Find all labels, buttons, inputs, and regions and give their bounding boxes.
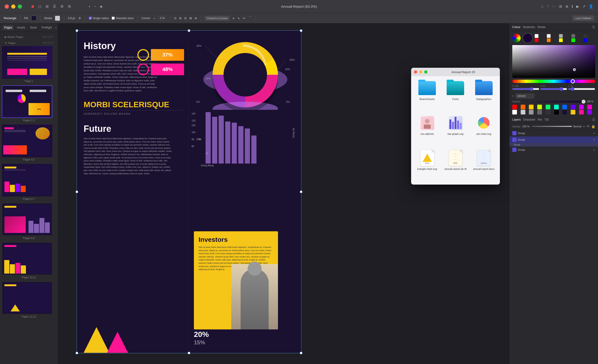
sw-16[interactable]	[554, 110, 559, 115]
more-icon[interactable]: ⋯	[552, 4, 556, 9]
par-tab[interactable]: Par	[538, 118, 542, 121]
gradient-box[interactable]	[512, 45, 595, 78]
sw-4[interactable]	[537, 105, 542, 109]
layers-tab[interactable]: Layers	[512, 118, 521, 121]
nav-icon-2[interactable]: ▫	[94, 4, 96, 9]
layer-expand-1[interactable]: ▶	[594, 132, 595, 134]
sw-20[interactable]	[587, 110, 592, 115]
smooth-icon[interactable]: ∿	[237, 16, 240, 20]
fb-close-button[interactable]	[414, 70, 417, 74]
character-tab[interactable]: Character	[523, 118, 535, 121]
page-thumb-67[interactable]: Pages 6,7	[2, 164, 56, 200]
sw-7[interactable]	[562, 105, 567, 109]
sw-13[interactable]	[529, 110, 533, 115]
fb-item-fonts[interactable]: Fonts	[443, 80, 468, 111]
nav-icon-3[interactable]: ◈	[100, 4, 103, 9]
sw-9[interactable]	[579, 105, 584, 109]
layer-expand-3[interactable]: ▶	[594, 149, 595, 151]
align-icon-4[interactable]: ⊠	[190, 17, 192, 20]
align-icon-3[interactable]: ⊟	[184, 17, 187, 20]
page-thumb-89[interactable]: Pages 8,9	[2, 203, 56, 240]
node-icon[interactable]: ⋄	[233, 16, 234, 20]
sw-18[interactable]	[571, 110, 575, 115]
tst-tab[interactable]: TSt	[544, 118, 549, 121]
tab-pages[interactable]: Pages	[3, 25, 14, 30]
page-thumb-23[interactable]: 37% Pages 2,3	[2, 85, 56, 122]
sw-17[interactable]	[562, 110, 567, 115]
layer-row-1[interactable]: Group ▶	[509, 130, 598, 136]
tool-icon-3[interactable]: ☰	[53, 4, 56, 9]
current-color-swatch[interactable]	[523, 33, 533, 43]
sw-6[interactable]	[554, 105, 559, 109]
tab-stock[interactable]: Stock	[28, 25, 38, 30]
sw-11[interactable]	[512, 110, 517, 115]
hue-bar-container[interactable]	[512, 80, 595, 83]
settings-icon[interactable]: ⚙	[68, 4, 71, 9]
fb-item-pie-chart[interactable]: pie-chart.svg	[472, 115, 496, 146]
sw-3[interactable]	[529, 105, 533, 109]
sw-14[interactable]	[537, 110, 542, 115]
opacity-ctrl-val[interactable]: 100 %	[522, 125, 531, 128]
align-icon-1[interactable]: ⊡	[174, 17, 176, 20]
layers-eye-icon[interactable]: 👁	[587, 124, 590, 128]
close-button[interactable]	[5, 4, 9, 9]
gear-icon[interactable]: ⚙	[60, 4, 64, 9]
add-page-icon[interactable]: +	[55, 26, 57, 29]
fb-item-bar-graph[interactable]: bar-graph.svg	[443, 115, 468, 146]
swatch-green[interactable]	[571, 38, 575, 42]
colour-tab[interactable]: Colour	[512, 25, 520, 29]
export-icon[interactable]: ↗	[582, 4, 585, 9]
layer-expand-2[interactable]: ▶	[594, 139, 595, 141]
fb-maximize-button[interactable]	[424, 70, 427, 74]
lock-children-button[interactable]: Lock Children	[573, 16, 594, 21]
color-panel-menu[interactable]: ☰	[592, 25, 595, 29]
layers-lock-icon[interactable]: 🔒	[591, 124, 595, 128]
minimize-button[interactable]	[11, 4, 16, 9]
fb-minimize-button[interactable]	[419, 70, 422, 74]
swatch-charcoal[interactable]	[583, 34, 587, 38]
blend-mode-selector[interactable]: Normal	[573, 125, 581, 128]
palette-wheel[interactable]	[512, 34, 521, 42]
play-icon[interactable]: ▶	[576, 4, 579, 9]
opacity-indicator[interactable]	[582, 100, 585, 104]
master-pages-section[interactable]: ▶ Master Pages ⊕ ✎ ⓘ ✕	[2, 34, 56, 40]
hex-input[interactable]	[515, 94, 534, 98]
sw-2[interactable]	[521, 105, 525, 109]
swatch-orange[interactable]	[547, 38, 551, 42]
nav-icon-1[interactable]: ▪	[89, 4, 90, 9]
fb-item-docx[interactable]: ———— DOCX annual-report.docx	[472, 150, 496, 181]
page-thumb-1213[interactable]: Pages 12,13	[2, 281, 56, 318]
l-slider[interactable]	[568, 87, 595, 91]
fb-item-triangle-chart[interactable]: SVG triangle-chart.svg	[415, 150, 439, 181]
swatch-dkgray[interactable]	[571, 34, 575, 38]
layers-menu-icon[interactable]: ☰	[592, 118, 595, 122]
page-thumb-1[interactable]: Page 1	[2, 46, 56, 83]
gradient-picker[interactable]	[573, 68, 576, 71]
convert-curves-button[interactable]: Convert to Curves	[205, 16, 230, 21]
swatch-yellow[interactable]	[559, 38, 563, 42]
stroke-color-swatch[interactable]	[55, 16, 60, 21]
fb-item-brand-assets[interactable]: Brand Assets	[415, 80, 439, 111]
swatch-blue[interactable]	[583, 38, 587, 42]
opacity-bar[interactable]	[522, 101, 585, 103]
tab-assets[interactable]: Assets	[16, 25, 27, 30]
opacity-slider-track[interactable]	[532, 126, 572, 127]
blend-dropdown-icon[interactable]: ▼	[583, 125, 585, 128]
sw-15[interactable]	[546, 110, 550, 115]
sw-19[interactable]	[579, 110, 584, 115]
color-gradient-area[interactable]	[512, 45, 595, 78]
join-icon[interactable]: ⌒	[249, 16, 252, 20]
tool-icon-2[interactable]: ⊞	[46, 4, 49, 9]
sw-10[interactable]	[587, 105, 592, 109]
hue-bar[interactable]	[512, 80, 595, 83]
user-icon[interactable]: 👤	[589, 4, 593, 9]
sw-5[interactable]	[546, 105, 550, 109]
layer-row-2[interactable]: Group ▶	[509, 136, 598, 143]
h-slider[interactable]	[512, 87, 539, 91]
align-icon-2[interactable]: ⊞	[179, 17, 182, 20]
swatch-white[interactable]	[535, 34, 539, 38]
maximize-button[interactable]	[18, 4, 22, 9]
s-slider[interactable]	[540, 87, 567, 91]
search-icon[interactable]: ⌕	[541, 4, 544, 9]
share-icon[interactable]: ↑	[547, 4, 549, 9]
